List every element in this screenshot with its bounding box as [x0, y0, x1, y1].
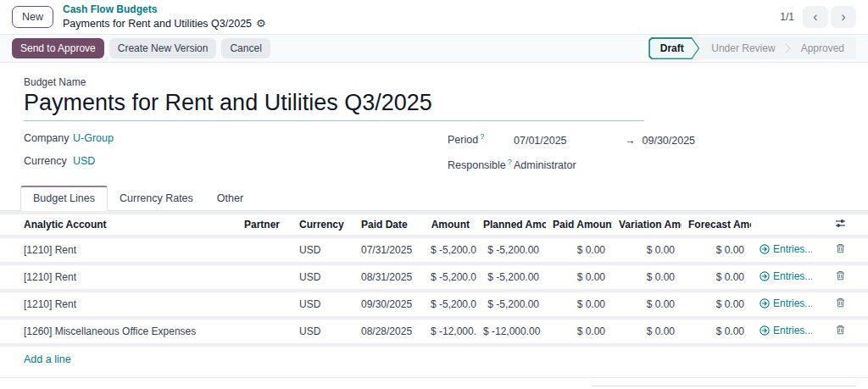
paid-amount-cell[interactable]: $ 0.00: [546, 320, 612, 343]
table-row[interactable]: [1260] Miscellaneous Office Expenses USD…: [0, 320, 868, 343]
planned-amount-cell[interactable]: $ -12,000.00: [476, 320, 546, 343]
tab-currency-rates[interactable]: Currency Rates: [108, 186, 205, 210]
partner-cell[interactable]: [237, 238, 292, 262]
paid-date-cell[interactable]: 08/31/2025: [354, 265, 424, 289]
currency-cell[interactable]: USD: [292, 238, 354, 262]
chevron-left-icon: ‹: [813, 10, 817, 24]
col-partner[interactable]: Partner: [237, 214, 292, 235]
entries-link[interactable]: Entries...: [760, 297, 812, 309]
budget-name-input[interactable]: Payments for Rent and Utilities Q3/2025: [24, 89, 644, 121]
table-row[interactable]: [1210] Rent USD 07/31/2025 $ -5,200.00 $…: [0, 238, 868, 262]
variation-amount-cell[interactable]: $ 0.00: [612, 238, 682, 262]
col-planned-amount[interactable]: Planned Amo...: [476, 214, 546, 235]
delete-row-button[interactable]: [836, 325, 845, 337]
breadcrumb-parent-link[interactable]: Cash Flow Budgets: [63, 3, 266, 17]
stage-approved[interactable]: Approved: [789, 37, 856, 59]
forecast-amount-cell[interactable]: $ 0.00: [682, 238, 751, 262]
currency-cell[interactable]: USD: [292, 265, 354, 289]
col-currency[interactable]: Currency: [292, 214, 354, 235]
amount-cell[interactable]: $ -5,200.00: [424, 292, 476, 316]
stage-draft[interactable]: Draft: [648, 37, 699, 59]
amount-cell[interactable]: $ -5,200.00: [424, 265, 476, 289]
planned-amount-cell[interactable]: $ -5,200.00: [476, 238, 546, 262]
variation-amount-cell[interactable]: $ 0.00: [612, 292, 682, 316]
breadcrumb-current-label: Payments for Rent and Utilities Q3/2025: [63, 17, 252, 31]
chevron-right-icon: ›: [841, 10, 845, 24]
table-row[interactable]: [1210] Rent USD 09/30/2025 $ -5,200.00 $…: [0, 292, 868, 316]
table-row[interactable]: [1210] Rent USD 08/31/2025 $ -5,200.00 $…: [0, 265, 868, 289]
trash-icon: [836, 270, 845, 281]
delete-row-button[interactable]: [836, 270, 845, 283]
paid-amount-cell[interactable]: $ 0.00: [546, 238, 612, 262]
analytic-account-cell[interactable]: [1210] Rent: [0, 265, 237, 289]
partner-cell[interactable]: [237, 265, 292, 289]
breadcrumb: Cash Flow Budgets Payments for Rent and …: [63, 3, 266, 31]
amount-cell[interactable]: $ -5,200.00: [424, 238, 476, 262]
currency-cell[interactable]: USD: [292, 320, 354, 343]
table-bottom-divider: [0, 377, 868, 378]
gear-icon[interactable]: ⚙: [256, 18, 266, 29]
responsible-value[interactable]: Administrator: [514, 159, 576, 171]
forecast-amount-cell[interactable]: $ 0.00: [682, 320, 751, 343]
pager-previous-button[interactable]: ‹: [803, 6, 828, 28]
stage-draft-label[interactable]: Draft: [650, 39, 698, 58]
col-paid-date[interactable]: Paid Date: [354, 214, 424, 235]
period-start-input[interactable]: 07/01/2025: [514, 135, 625, 147]
responsible-help-icon[interactable]: ?: [508, 158, 512, 166]
paid-date-cell[interactable]: 08/28/2025: [354, 320, 424, 343]
company-label: Company: [24, 132, 73, 144]
col-variation-amount[interactable]: Variation Amo...: [612, 214, 682, 235]
arrow-in-circle-icon: [760, 325, 770, 336]
planned-amount-cell[interactable]: $ -5,200.00: [476, 265, 546, 289]
send-to-approve-button[interactable]: Send to Approve: [12, 38, 104, 58]
breadcrumb-current: Payments for Rent and Utilities Q3/2025 …: [63, 17, 266, 31]
tab-other[interactable]: Other: [205, 186, 255, 210]
paid-amount-cell[interactable]: $ 0.00: [546, 292, 612, 316]
col-paid-amount[interactable]: Paid Amount: [546, 214, 612, 235]
form-fields: Company U-Group Currency USD Period? 07/…: [24, 132, 856, 181]
action-bar: Send to Approve Create New Version Cance…: [0, 34, 868, 63]
entries-link[interactable]: Entries...: [760, 243, 812, 255]
new-button[interactable]: New: [12, 6, 53, 28]
currency-label: Currency: [24, 155, 73, 167]
period-help-icon[interactable]: ?: [480, 132, 484, 141]
company-value-link[interactable]: U-Group: [73, 132, 114, 144]
period-label: Period?: [448, 132, 514, 146]
partner-cell[interactable]: [237, 320, 292, 343]
variation-amount-cell[interactable]: $ 0.00: [612, 320, 682, 343]
col-amount[interactable]: Amount: [424, 214, 476, 235]
delete-row-button[interactable]: [836, 243, 845, 256]
entries-link[interactable]: Entries...: [760, 325, 812, 336]
amount-cell[interactable]: $ -12,000.00: [424, 320, 476, 343]
paid-amount-cell[interactable]: $ 0.00: [546, 265, 612, 289]
stage-under-review[interactable]: Under Review: [699, 37, 787, 59]
planned-amount-cell[interactable]: $ -5,200.00: [476, 292, 546, 316]
analytic-account-cell[interactable]: [1260] Miscellaneous Office Expenses: [0, 320, 237, 343]
currency-cell[interactable]: USD: [292, 292, 354, 316]
pager: 1/1 ‹ ›: [780, 6, 856, 28]
col-entries: [751, 214, 812, 235]
paid-date-cell[interactable]: 07/31/2025: [354, 238, 424, 262]
budget-name-label: Budget Name: [24, 76, 856, 88]
cancel-button[interactable]: Cancel: [221, 38, 270, 58]
period-end-input[interactable]: 09/30/2025: [643, 135, 696, 147]
pager-next-button[interactable]: ›: [831, 6, 856, 28]
partner-cell[interactable]: [237, 292, 292, 316]
col-analytic-account[interactable]: Analytic Account: [0, 214, 237, 235]
analytic-account-cell[interactable]: [1210] Rent: [0, 238, 237, 262]
delete-row-button[interactable]: [836, 297, 845, 310]
currency-value-link[interactable]: USD: [73, 155, 95, 167]
analytic-account-cell[interactable]: [1210] Rent: [0, 292, 237, 316]
trash-icon: [836, 243, 845, 253]
trash-icon: [836, 297, 845, 308]
paid-date-cell[interactable]: 09/30/2025: [354, 292, 424, 316]
optional-columns-icon[interactable]: [812, 214, 868, 235]
forecast-amount-cell[interactable]: $ 0.00: [682, 265, 751, 289]
create-new-version-button[interactable]: Create New Version: [109, 38, 217, 58]
tab-budget-lines[interactable]: Budget Lines: [20, 186, 108, 211]
forecast-amount-cell[interactable]: $ 0.00: [682, 292, 751, 316]
add-a-line-link[interactable]: Add a line: [24, 353, 71, 365]
col-forecast-amount[interactable]: Forecast Amo...: [682, 214, 751, 235]
variation-amount-cell[interactable]: $ 0.00: [612, 265, 682, 289]
entries-link[interactable]: Entries...: [760, 270, 812, 282]
